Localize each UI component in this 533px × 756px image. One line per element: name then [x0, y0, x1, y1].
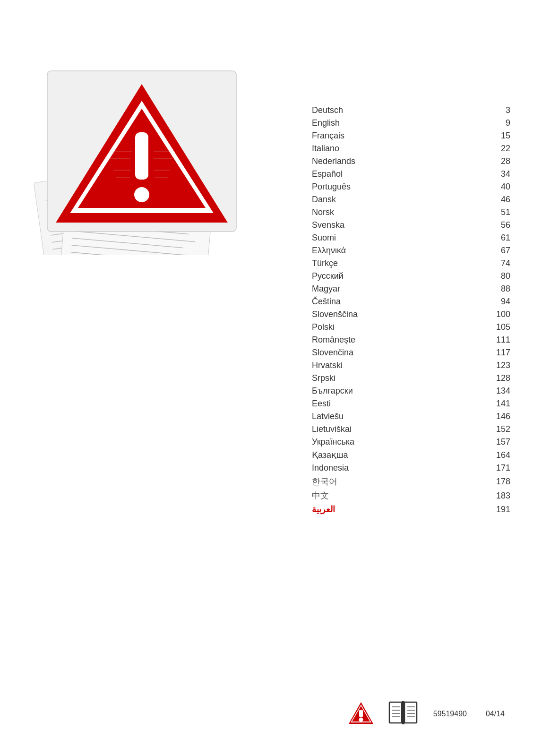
toc-language-name: Norsk	[312, 207, 334, 217]
toc-page-number: 157	[491, 437, 510, 447]
toc-page-number: 80	[491, 271, 510, 281]
toc-row: Slovenščina100	[312, 308, 510, 321]
toc-page-number: 9	[491, 118, 510, 128]
footer-date: 04/14	[486, 710, 505, 718]
page-container: Deutsch3English9Français15Italiano22Nede…	[0, 0, 533, 756]
toc-language-name: Ελληνικά	[312, 246, 346, 256]
toc-row: العربية191	[312, 503, 510, 516]
toc-page-number: 141	[491, 399, 510, 409]
toc-row: Français15	[312, 129, 510, 142]
toc-row: Magyar88	[312, 283, 510, 295]
toc-page-number: 46	[491, 195, 510, 205]
toc-language-name: Hrvatski	[312, 361, 343, 370]
toc-row: Eesti141	[312, 397, 510, 410]
toc-row: Suomi61	[312, 232, 510, 244]
toc-language-name: Magyar	[312, 284, 340, 294]
toc-language-name: Français	[312, 131, 344, 141]
toc-language-name: Türkçe	[312, 258, 338, 268]
toc-language-name: Қазақша	[312, 450, 348, 460]
toc-page-number: 74	[491, 258, 510, 268]
toc-language-name: العربية	[312, 504, 335, 515]
toc-row: Қазақша164	[312, 448, 510, 462]
toc-language-name: Românește	[312, 335, 355, 345]
toc-area: Deutsch3English9Français15Italiano22Nede…	[312, 104, 510, 516]
toc-row: Hrvatski123	[312, 359, 510, 372]
illustration-area	[28, 57, 293, 274]
toc-row: Svenska56	[312, 219, 510, 232]
toc-page-number: 128	[491, 373, 510, 383]
toc-page-number: 3	[491, 105, 510, 115]
toc-page-number: 178	[491, 477, 510, 487]
toc-language-name: Indonesia	[312, 463, 349, 473]
toc-language-name: Eesti	[312, 399, 331, 409]
svg-rect-48	[389, 702, 402, 723]
toc-row: Português40	[312, 180, 510, 193]
toc-row: Italiano22	[312, 142, 510, 155]
toc-page-number: 146	[491, 412, 510, 421]
toc-row: English9	[312, 117, 510, 129]
toc-page-number: 28	[491, 156, 510, 166]
toc-row: Polski105	[312, 321, 510, 334]
toc-page-number: 22	[491, 144, 510, 154]
product-code: 59519490	[433, 710, 467, 718]
toc-language-name: Slovenčina	[312, 348, 353, 358]
toc-page-number: 15	[491, 131, 510, 141]
toc-language-name: Svenska	[312, 220, 344, 230]
toc-language-name: Dansk	[312, 195, 336, 205]
toc-page-number: 67	[491, 246, 510, 256]
toc-language-name: 中文	[312, 490, 329, 501]
toc-language-name: Suomi	[312, 233, 336, 243]
toc-row: Slovenčina117	[312, 346, 510, 359]
toc-row: Norsk51	[312, 206, 510, 219]
toc-row: Čeština94	[312, 295, 510, 308]
toc-page-number: 34	[491, 169, 510, 179]
toc-row: Lietuviškai152	[312, 423, 510, 436]
toc-row: Русский80	[312, 270, 510, 283]
toc-page-number: 56	[491, 220, 510, 230]
toc-language-name: Italiano	[312, 144, 339, 154]
toc-language-name: Български	[312, 386, 353, 396]
svg-rect-32	[135, 132, 148, 180]
toc-language-name: English	[312, 118, 340, 128]
toc-language-name: Українська	[312, 437, 354, 447]
toc-row: 中文183	[312, 489, 510, 503]
toc-page-number: 164	[491, 450, 510, 460]
toc-language-name: 한국어	[312, 476, 337, 487]
toc-page-number: 94	[491, 297, 510, 307]
toc-language-name: Srpski	[312, 373, 335, 383]
svg-rect-45	[359, 710, 363, 717]
toc-page-number: 117	[491, 348, 510, 358]
toc-row: Українська157	[312, 436, 510, 448]
toc-page-number: 183	[491, 491, 510, 501]
toc-language-name: Čeština	[312, 297, 341, 307]
toc-language-name: Español	[312, 169, 343, 179]
toc-page-number: 152	[491, 424, 510, 434]
toc-row: Srpski128	[312, 372, 510, 385]
toc-page-number: 100	[491, 309, 510, 319]
toc-page-number: 40	[491, 182, 510, 192]
toc-page-number: 111	[491, 335, 510, 345]
footer-area: 59519490 04/14	[348, 700, 505, 728]
toc-row: Türkçe74	[312, 257, 510, 270]
toc-page-number: 191	[491, 505, 510, 515]
toc-page-number: 51	[491, 207, 510, 217]
toc-row: Български134	[312, 385, 510, 397]
toc-language-name: Latviešu	[312, 412, 344, 421]
toc-page-number: 171	[491, 463, 510, 473]
footer-book-icon	[388, 700, 419, 728]
toc-language-name: Deutsch	[312, 105, 343, 115]
toc-language-name: Slovenščina	[312, 309, 358, 319]
warning-sign	[43, 66, 250, 246]
toc-row: Latviešu146	[312, 410, 510, 423]
toc-page-number: 105	[491, 322, 510, 332]
toc-row: Deutsch3	[312, 104, 510, 117]
toc-page-number: 61	[491, 233, 510, 243]
toc-row: Español34	[312, 168, 510, 180]
toc-language-name: Nederlands	[312, 156, 355, 166]
toc-page-number: 88	[491, 284, 510, 294]
toc-language-name: Lietuviškai	[312, 424, 352, 434]
toc-language-name: Português	[312, 182, 351, 192]
toc-page-number: 123	[491, 361, 510, 370]
toc-language-name: Polski	[312, 322, 335, 332]
toc-row: Dansk46	[312, 193, 510, 206]
